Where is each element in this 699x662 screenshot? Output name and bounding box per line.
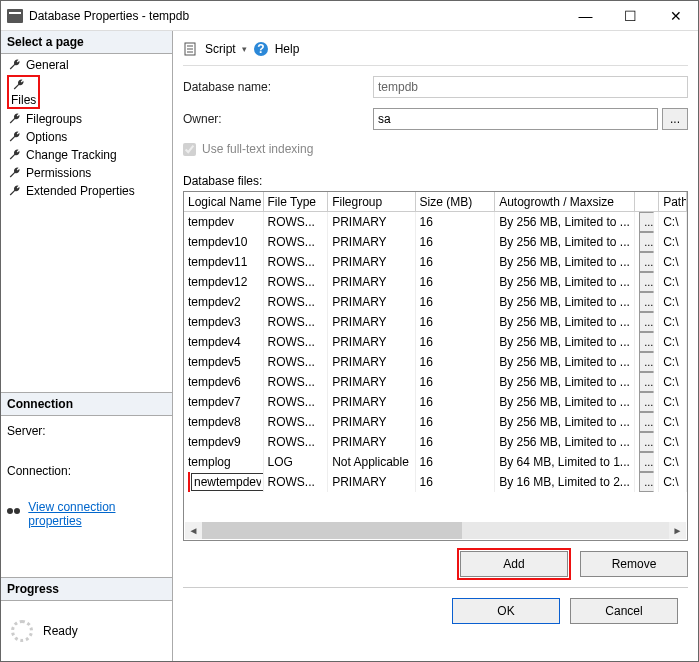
owner-input[interactable] — [373, 108, 658, 130]
table-row[interactable]: tempdev12ROWS...PRIMARY16By 256 MB, Limi… — [184, 272, 687, 292]
col-autogrowth[interactable]: Autogrowth / Maxsize — [495, 192, 635, 211]
table-row[interactable]: tempdev6ROWS...PRIMARY16By 256 MB, Limit… — [184, 372, 687, 392]
autogrowth-button[interactable]: ... — [639, 472, 654, 492]
autogrowth-button[interactable]: ... — [639, 272, 654, 292]
table-row[interactable]: tempdev5ROWS...PRIMARY16By 256 MB, Limit… — [184, 352, 687, 372]
wrench-icon — [7, 183, 23, 199]
autogrowth-button[interactable]: ... — [639, 452, 654, 472]
table-row[interactable]: tempdev2ROWS...PRIMARY16By 256 MB, Limit… — [184, 292, 687, 312]
col-path[interactable]: Path — [659, 192, 687, 211]
page-item-permissions[interactable]: Permissions — [1, 164, 172, 182]
wrench-icon — [7, 165, 23, 181]
page-item-filegroups[interactable]: Filegroups — [1, 110, 172, 128]
sidebar: Select a page GeneralFilesFilegroupsOpti… — [1, 31, 173, 661]
table-row[interactable]: tempdev4ROWS...PRIMARY16By 256 MB, Limit… — [184, 332, 687, 352]
page-label: Options — [26, 130, 67, 144]
progress-status: Ready — [43, 624, 78, 638]
maximize-button[interactable]: ☐ — [608, 1, 653, 31]
close-button[interactable]: ✕ — [653, 1, 698, 31]
dbfiles-label: Database files: — [183, 174, 688, 188]
page-item-files[interactable]: Files — [1, 74, 172, 110]
table-row[interactable]: tempdev3ROWS...PRIMARY16By 256 MB, Limit… — [184, 312, 687, 332]
wrench-icon — [7, 129, 23, 145]
autogrowth-button[interactable]: ... — [639, 412, 654, 432]
window-title: Database Properties - tempdb — [29, 9, 189, 23]
table-header: Logical Name File Type Filegroup Size (M… — [184, 192, 687, 212]
page-label: Permissions — [26, 166, 91, 180]
table-row[interactable]: tempdev9ROWS...PRIMARY16By 256 MB, Limit… — [184, 432, 687, 452]
col-file-type[interactable]: File Type — [264, 192, 329, 211]
autogrowth-button[interactable]: ... — [639, 252, 654, 272]
autogrowth-button[interactable]: ... — [639, 332, 654, 352]
autogrowth-button[interactable]: ... — [639, 312, 654, 332]
table-row[interactable]: tempdevROWS...PRIMARY16By 256 MB, Limite… — [184, 212, 687, 232]
table-row[interactable]: tempdev7ROWS...PRIMARY16By 256 MB, Limit… — [184, 392, 687, 412]
cancel-button[interactable]: Cancel — [570, 598, 678, 624]
wrench-icon — [7, 111, 23, 127]
autogrowth-button[interactable]: ... — [639, 392, 654, 412]
table-row[interactable]: templogLOGNot Applicable16By 64 MB, Limi… — [184, 452, 687, 472]
table-row[interactable]: tempdev10ROWS...PRIMARY16By 256 MB, Limi… — [184, 232, 687, 252]
scroll-thumb[interactable] — [202, 522, 462, 539]
autogrowth-button[interactable]: ... — [639, 352, 654, 372]
page-item-options[interactable]: Options — [1, 128, 172, 146]
titlebar: Database Properties - tempdb — ☐ ✕ — [1, 1, 698, 31]
wrench-icon — [7, 147, 23, 163]
script-button[interactable]: Script — [205, 42, 236, 56]
autogrowth-button[interactable]: ... — [639, 372, 654, 392]
progress-icon — [11, 620, 33, 642]
main-panel: Script ▾ ? Help Database name: Owner: ..… — [173, 31, 698, 661]
pages-header: Select a page — [1, 31, 172, 54]
page-item-extended-properties[interactable]: Extended Properties — [1, 182, 172, 200]
script-dropdown[interactable]: ▾ — [242, 44, 247, 54]
add-button[interactable]: Add — [460, 551, 568, 577]
help-button[interactable]: Help — [275, 42, 300, 56]
autogrowth-button[interactable]: ... — [639, 212, 654, 232]
scroll-left-icon[interactable]: ◄ — [185, 522, 202, 539]
fulltext-checkbox — [183, 143, 196, 156]
autogrowth-button[interactable]: ... — [639, 432, 654, 452]
remove-button[interactable]: Remove — [580, 551, 688, 577]
wrench-icon — [7, 57, 23, 73]
connection-header: Connection — [1, 392, 172, 416]
col-btn — [635, 192, 659, 211]
page-label: Files — [11, 93, 36, 107]
autogrowth-button[interactable]: ... — [639, 232, 654, 252]
autogrowth-button[interactable]: ... — [639, 292, 654, 312]
h-scrollbar[interactable]: ◄ ► — [185, 522, 686, 539]
view-connection-link[interactable]: View connection properties — [28, 500, 166, 528]
owner-label: Owner: — [183, 112, 373, 126]
col-size[interactable]: Size (MB) — [416, 192, 496, 211]
col-filegroup[interactable]: Filegroup — [328, 192, 415, 211]
logical-name-input[interactable] — [191, 473, 264, 491]
db-icon — [7, 9, 23, 23]
toolbar: Script ▾ ? Help — [183, 37, 688, 66]
dbname-label: Database name: — [183, 80, 373, 94]
dbname-input — [373, 76, 688, 98]
server-label: Server: — [7, 424, 166, 438]
page-label: Change Tracking — [26, 148, 117, 162]
page-label: General — [26, 58, 69, 72]
page-label: Extended Properties — [26, 184, 135, 198]
owner-browse-button[interactable]: ... — [662, 108, 688, 130]
db-files-table: Logical Name File Type Filegroup Size (M… — [183, 191, 688, 541]
table-row[interactable]: ROWS...PRIMARY16By 16 MB, Limited to 2..… — [184, 472, 687, 492]
progress-header: Progress — [1, 577, 172, 601]
page-label: Filegroups — [26, 112, 82, 126]
scroll-right-icon[interactable]: ► — [669, 522, 686, 539]
connection-label: Connection: — [7, 464, 166, 478]
page-item-general[interactable]: General — [1, 56, 172, 74]
help-icon: ? — [253, 41, 269, 57]
people-icon — [7, 508, 22, 520]
script-icon — [183, 41, 199, 57]
table-row[interactable]: tempdev11ROWS...PRIMARY16By 256 MB, Limi… — [184, 252, 687, 272]
ok-button[interactable]: OK — [452, 598, 560, 624]
col-logical-name[interactable]: Logical Name — [184, 192, 264, 211]
svg-text:?: ? — [257, 42, 264, 56]
minimize-button[interactable]: — — [563, 1, 608, 31]
table-row[interactable]: tempdev8ROWS...PRIMARY16By 256 MB, Limit… — [184, 412, 687, 432]
fulltext-label: Use full-text indexing — [202, 142, 313, 156]
page-item-change-tracking[interactable]: Change Tracking — [1, 146, 172, 164]
wrench-icon — [11, 77, 27, 93]
